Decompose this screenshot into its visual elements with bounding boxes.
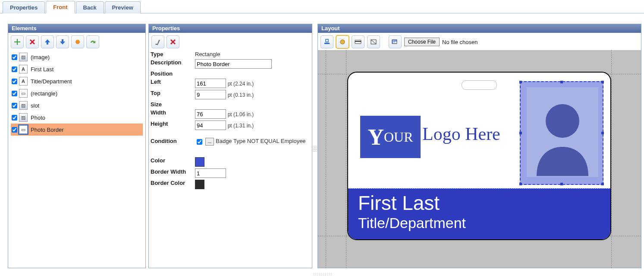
svg-rect-2 bbox=[324, 43, 330, 44]
border-width-input[interactable] bbox=[195, 168, 226, 178]
move-up-button[interactable] bbox=[41, 35, 54, 48]
top-label: Top bbox=[149, 89, 193, 100]
description-input[interactable] bbox=[195, 59, 272, 69]
left-hint: pt (2.24 in.) bbox=[228, 81, 254, 87]
width-label: Width bbox=[149, 108, 193, 120]
image-picker-button[interactable] bbox=[389, 35, 402, 48]
condition-checkbox[interactable] bbox=[197, 139, 202, 145]
top-input[interactable] bbox=[195, 90, 226, 99]
list-item[interactable]: AFirst Last bbox=[11, 63, 143, 75]
type-value: Rectangle bbox=[193, 50, 312, 58]
tab-preview[interactable]: Preview bbox=[105, 1, 141, 13]
add-element-button[interactable] bbox=[11, 35, 24, 48]
redo-button[interactable] bbox=[86, 35, 99, 48]
logo-our: OUR bbox=[384, 129, 413, 145]
splitter-horizontal[interactable]: :::::::::: bbox=[314, 272, 331, 275]
border-color-swatch[interactable] bbox=[195, 180, 204, 189]
properties-panel: Properties TypeRectangle Description Pos… bbox=[148, 24, 312, 268]
layout-panel-title: Layout bbox=[318, 24, 641, 33]
tab-back[interactable]: Back bbox=[76, 1, 104, 13]
main-tabstrip: Properties Front Back Preview bbox=[0, 0, 644, 13]
visible-checkbox[interactable] bbox=[12, 115, 17, 121]
height-input[interactable] bbox=[195, 121, 226, 130]
width-input[interactable] bbox=[195, 109, 226, 119]
height-hint: pt (1.31 in.) bbox=[228, 123, 254, 129]
element-label: Title/Department bbox=[29, 78, 73, 85]
visible-checkbox[interactable] bbox=[12, 103, 17, 108]
badge-logo-box[interactable]: YOUR bbox=[360, 116, 421, 158]
badge-name-bar[interactable]: First Last Title/Department bbox=[347, 188, 611, 240]
type-label: Type bbox=[149, 50, 193, 58]
crop-tool-button[interactable] bbox=[367, 35, 380, 48]
top-hint: pt (0.13 in.) bbox=[228, 92, 254, 98]
badge-name-text: First Last bbox=[358, 191, 600, 215]
tab-properties[interactable]: Properties bbox=[3, 1, 45, 13]
badge-photo[interactable] bbox=[527, 87, 598, 177]
stamp-tool-button[interactable] bbox=[320, 35, 333, 48]
visible-checkbox[interactable] bbox=[12, 127, 17, 133]
element-label: (rectangle) bbox=[29, 90, 59, 97]
reset-button[interactable] bbox=[71, 35, 84, 48]
properties-panel-title: Properties bbox=[149, 24, 312, 33]
list-item[interactable]: ▨(image) bbox=[11, 51, 143, 63]
condition-edit-button[interactable]: ... bbox=[205, 138, 214, 146]
list-item[interactable]: ▭(rectangle) bbox=[11, 87, 143, 99]
rectangle-icon: ▭ bbox=[19, 125, 28, 134]
properties-toolbar bbox=[149, 33, 312, 50]
visible-checkbox[interactable] bbox=[12, 67, 17, 72]
layout-canvas[interactable]: YOUR Logo Here bbox=[318, 50, 641, 268]
color-swatch[interactable] bbox=[195, 157, 204, 167]
no-file-label: No file chosen bbox=[442, 39, 478, 45]
condition-text: Badge Type NOT EQUAL Employee bbox=[216, 138, 306, 144]
size-label: Size bbox=[149, 100, 193, 108]
elements-panel-title: Elements bbox=[8, 24, 145, 33]
position-label: Position bbox=[149, 70, 193, 78]
list-item[interactable]: ▭Photo Border bbox=[11, 124, 143, 136]
apply-button[interactable] bbox=[151, 35, 164, 48]
element-label: Photo Border bbox=[29, 126, 65, 133]
left-label: Left bbox=[149, 78, 193, 89]
width-hint: pt (1.06 in.) bbox=[228, 111, 254, 117]
badge-logo-text[interactable]: Logo Here bbox=[422, 124, 500, 144]
left-input[interactable] bbox=[195, 79, 226, 88]
svg-point-0 bbox=[75, 40, 80, 44]
list-item[interactable]: ATitle/Department bbox=[11, 75, 143, 87]
elements-toolbar bbox=[8, 33, 145, 50]
element-label: slot bbox=[29, 102, 41, 109]
image-icon: ▨ bbox=[19, 113, 28, 122]
text-icon: A bbox=[19, 65, 28, 73]
svg-point-8 bbox=[393, 41, 394, 41]
rectangle-icon: ▭ bbox=[19, 89, 28, 98]
card-tool-button[interactable] bbox=[352, 35, 364, 48]
choose-file-button[interactable]: Choose File bbox=[404, 38, 440, 46]
move-down-button[interactable] bbox=[56, 35, 69, 48]
image-icon: ▨ bbox=[19, 101, 28, 110]
text-icon: A bbox=[19, 77, 28, 86]
tab-front[interactable]: Front bbox=[46, 1, 75, 13]
visible-checkbox[interactable] bbox=[12, 91, 17, 96]
badge-card[interactable]: YOUR Logo Here bbox=[347, 72, 611, 240]
description-label: Description bbox=[149, 58, 193, 70]
element-label: Photo bbox=[29, 114, 47, 121]
visible-checkbox[interactable] bbox=[12, 79, 17, 84]
delete-element-button[interactable] bbox=[26, 35, 39, 48]
border-color-label: Border Color bbox=[149, 179, 193, 190]
list-item[interactable]: ▨slot bbox=[11, 99, 143, 111]
avatar-icon bbox=[530, 91, 595, 177]
delete-property-button[interactable] bbox=[166, 35, 179, 48]
layout-toolbar: Choose File No file chosen bbox=[318, 33, 641, 51]
border-width-label: Border Width bbox=[149, 168, 193, 179]
element-label: First Last bbox=[29, 66, 55, 73]
element-label: (image) bbox=[29, 54, 51, 61]
list-item[interactable]: ▨Photo bbox=[11, 111, 143, 124]
height-label: Height bbox=[149, 120, 193, 131]
visible-checkbox[interactable] bbox=[12, 54, 17, 60]
layout-panel: Layout Choose File No file chosen bbox=[317, 24, 641, 268]
badge-title-text: Title/Department bbox=[358, 215, 600, 232]
svg-point-9 bbox=[546, 104, 579, 138]
splitter-vertical[interactable]: :::::::::::: bbox=[313, 146, 317, 162]
logo-y: Y bbox=[368, 124, 384, 150]
condition-label: Condition bbox=[149, 137, 193, 147]
badge-slot[interactable] bbox=[462, 80, 497, 90]
coin-tool-button[interactable] bbox=[336, 35, 349, 48]
